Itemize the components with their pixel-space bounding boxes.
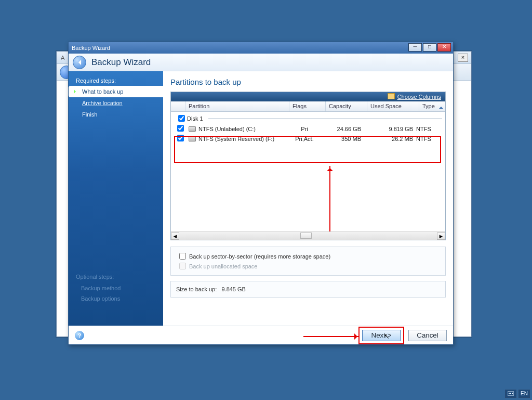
step-what-to-back-up[interactable]: What to back up [69,86,164,97]
sidebar: Required steps: What to back up Archive … [69,71,163,326]
option-label: Back up unallocated space [189,263,257,269]
wizard-heading: Backup Wizard [91,57,151,68]
step-finish[interactable]: Finish [69,109,163,120]
disk-label: Disk 1 [187,115,203,122]
option-label: Back up sector-by-sector (requires more … [189,253,330,260]
minimize-button[interactable]: ─ [408,43,422,51]
size-label: Size to back up: [176,286,217,292]
partition-row[interactable]: NTFS (System Reserved) (F:) Pri,Act. 350… [174,134,442,144]
tray-keyboard-icon[interactable] [505,390,516,398]
sort-indicator-icon [439,105,443,109]
optional-backup-method: Backup method [81,285,121,291]
next-button[interactable]: Next > [362,330,401,341]
grid-body: Disk 1 NTFS (Unlabeled) (C:) Pri 24.66 G… [171,112,445,240]
partition-checkbox[interactable] [177,135,184,141]
partition-flags: Pri [286,126,323,132]
partition-type: NTFS [416,126,442,132]
partition-name: NTFS (System Reserved) (F:) [198,136,274,142]
sector-by-sector-option[interactable]: Back up sector-by-sector (requires more … [176,251,440,261]
size-summary: Size to back up: 9.845 GB [170,281,446,298]
col-partition[interactable]: Partition [185,101,289,111]
sector-by-sector-checkbox[interactable] [179,253,186,260]
wizard-window: Backup Wizard ─ □ ✕ Backup Wizard Requir… [68,42,454,345]
maximize-button[interactable]: □ [423,43,436,51]
required-steps-label: Required steps: [69,75,163,86]
options-box: Back up sector-by-sector (requires more … [170,247,446,276]
optional-backup-options: Backup options [81,295,120,302]
partition-capacity: 24.66 GB [323,126,364,132]
col-used-space[interactable]: Used Space [367,101,419,111]
background-close-icon: × [458,54,468,62]
unallocated-option: Back up unallocated space [176,261,440,271]
scroll-thumb[interactable] [300,233,312,239]
size-value: 9.845 GB [221,286,245,292]
svg-rect-1 [509,393,510,394]
annotation-arrow-up [329,166,330,238]
sidebar-item-label: Finish [82,111,97,118]
back-button[interactable] [73,56,86,69]
sidebar-item-label: What to back up [82,88,124,95]
svg-rect-2 [510,393,511,394]
cancel-button[interactable]: Cancel [408,330,447,341]
disk-icon [189,136,196,141]
sidebar-item-label: Archive location [82,100,123,106]
col-flags[interactable]: Flags [289,101,326,111]
divider [208,118,442,119]
choose-columns-link[interactable]: Choose Columns [388,93,441,100]
header-strip: Backup Wizard [69,54,453,71]
help-button[interactable]: ? [75,331,84,340]
annotation-next-highlight: Next > [358,327,404,344]
system-tray: EN [505,390,530,398]
titlebar[interactable]: Backup Wizard ─ □ ✕ [69,42,453,54]
scroll-right-button[interactable]: ► [437,233,445,240]
footer: ? Next > Cancel ↖ [69,326,453,344]
scroll-left-button[interactable]: ◄ [171,233,179,240]
col-type[interactable]: Type [419,101,445,111]
scroll-track[interactable] [179,233,437,240]
svg-rect-3 [512,393,513,394]
partition-flags: Pri,Act. [286,136,323,142]
step-archive-location[interactable]: Archive location [69,97,163,109]
partition-checkbox[interactable] [177,125,184,132]
main-panel: Partitions to back up Choose Columns Par… [163,71,453,326]
main-heading: Partitions to back up [170,78,446,86]
annotation-arrow-right [303,336,360,337]
partition-used: 26.2 MB [364,136,416,142]
partition-name: NTFS (Unlabeled) (C:) [198,126,256,132]
disk-icon [189,126,196,132]
partition-type: NTFS [416,136,442,142]
tray-language[interactable]: EN [518,390,530,398]
horizontal-scrollbar[interactable]: ◄ ► [171,231,445,240]
disk-group-row[interactable]: Disk 1 [174,114,442,124]
window-title: Backup Wizard [72,45,110,51]
partition-grid: Choose Columns Partition Flags Capacity … [170,92,446,240]
optional-steps-label: Optional steps: [76,274,114,280]
col-capacity[interactable]: Capacity [326,101,367,111]
close-button[interactable]: ✕ [437,43,451,51]
disk-checkbox[interactable] [178,115,185,122]
col-checkbox[interactable] [171,101,185,111]
column-headers[interactable]: Partition Flags Capacity Used Space Type [171,101,445,112]
partition-used: 9.819 GB [364,126,416,132]
unallocated-checkbox [179,263,186,269]
grid-toolbar: Choose Columns [171,92,445,101]
partition-row[interactable]: NTFS (Unlabeled) (C:) Pri 24.66 GB 9.819… [174,124,442,134]
partition-capacity: 350 MB [323,136,364,142]
